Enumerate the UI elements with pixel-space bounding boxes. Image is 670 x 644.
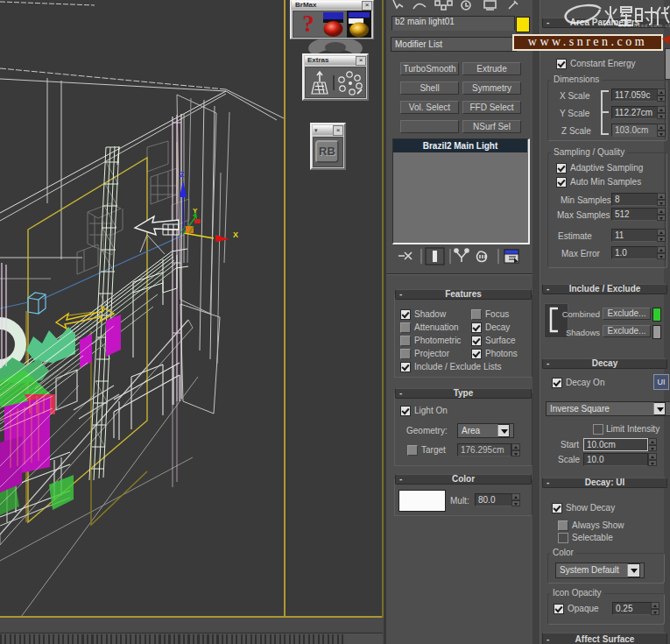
svg-text:X: X <box>233 230 238 239</box>
svg-text:Z: Z <box>180 170 185 179</box>
svg-text:Y: Y <box>193 207 198 215</box>
svg-text:www.hxsd.com.cn: www.hxsd.com.cn <box>617 23 670 28</box>
